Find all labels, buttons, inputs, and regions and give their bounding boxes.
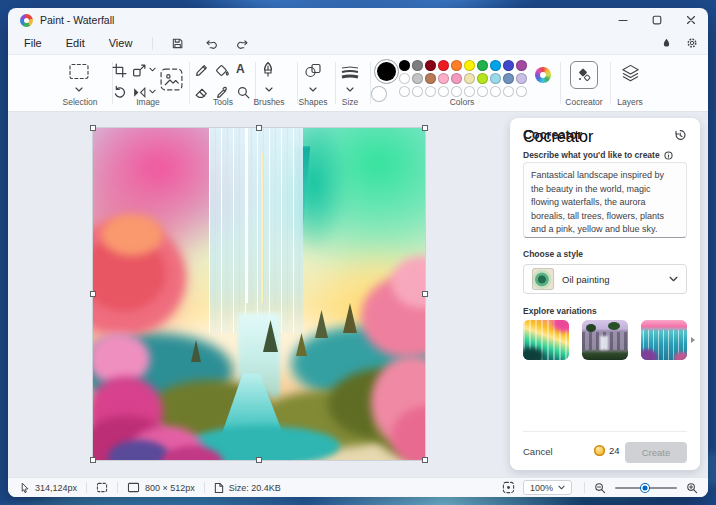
remove-background-button[interactable] [159, 67, 184, 92]
color-swatch-empty[interactable] [425, 86, 436, 97]
cancel-button[interactable]: Cancel [523, 446, 553, 457]
minimize-button[interactable] [606, 8, 640, 32]
settings-gear-icon[interactable] [686, 37, 698, 49]
canvas-workspace[interactable]: Cocreator Cocreator Describe what you'd … [8, 112, 708, 477]
prompt-textarea[interactable]: Fantastical landscape inspired by the be… [523, 162, 687, 238]
zoom-slider[interactable] [615, 482, 677, 494]
zoom-dropdown-chevron-icon [558, 485, 565, 490]
selection-handle[interactable] [256, 457, 262, 463]
color-swatch[interactable] [438, 60, 449, 71]
selection-handle[interactable] [90, 125, 96, 131]
canvas-size-value: 800 × 512px [145, 483, 195, 493]
color-swatch[interactable] [438, 73, 449, 84]
undo-button[interactable] [196, 37, 225, 50]
color-swatch[interactable] [425, 60, 436, 71]
cocreator-button[interactable] [570, 61, 598, 89]
menu-view[interactable]: View [99, 35, 143, 51]
color-swatch[interactable] [516, 73, 527, 84]
layers-button[interactable] [620, 63, 641, 84]
shapes-chevron-icon[interactable] [309, 87, 317, 92]
variations-next-arrow[interactable] [690, 336, 696, 344]
size-chevron-icon[interactable] [346, 87, 354, 92]
color-swatch[interactable] [477, 60, 488, 71]
text-tool-button[interactable]: A [236, 62, 245, 76]
save-button[interactable] [163, 37, 192, 50]
flip-chevron-icon[interactable] [149, 89, 156, 94]
selection-handle[interactable] [422, 457, 428, 463]
pencil-tool-button[interactable] [194, 63, 209, 78]
selection-handle[interactable] [256, 125, 262, 131]
statusbar-separator [86, 482, 87, 493]
zoom-slider-handle[interactable] [641, 484, 649, 492]
color-swatch[interactable] [490, 60, 501, 71]
color-swatch[interactable] [516, 60, 527, 71]
color-swatch-empty[interactable] [451, 86, 462, 97]
selection-tool-button[interactable] [68, 63, 90, 80]
color-swatch[interactable] [451, 73, 462, 84]
variation-thumbnail-1[interactable] [523, 320, 569, 360]
menu-edit[interactable]: Edit [56, 35, 95, 51]
ribbon-toolbar: Selection Image [8, 54, 708, 112]
color-swatch[interactable] [425, 73, 436, 84]
color-swatch[interactable] [412, 60, 423, 71]
color-swatch[interactable] [503, 73, 514, 84]
menu-file[interactable]: File [14, 35, 52, 51]
zoom-level-dropdown[interactable]: 100% [523, 480, 572, 495]
color-swatch-empty[interactable] [503, 86, 514, 97]
canvas-size-indicator: 800 × 512px [127, 482, 195, 493]
group-divider [370, 62, 371, 104]
background-color-well[interactable] [371, 86, 387, 102]
color-swatch[interactable] [399, 60, 410, 71]
size-button[interactable] [341, 65, 359, 79]
style-dropdown[interactable]: Oil painting [523, 264, 687, 294]
cursor-position-value: 314,124px [35, 483, 77, 493]
brushes-chevron-icon[interactable] [265, 87, 273, 92]
variation-thumbnail-2[interactable] [582, 320, 628, 360]
selection-handle[interactable] [90, 291, 96, 297]
zoom-level-value: 100% [530, 483, 553, 493]
color-swatch[interactable] [412, 73, 423, 84]
variation-thumbnail-3[interactable] [641, 320, 687, 360]
selection-handle[interactable] [422, 291, 428, 297]
color-swatch-empty[interactable] [516, 86, 527, 97]
redo-button[interactable] [229, 37, 258, 50]
zoom-out-icon [594, 482, 606, 494]
resize-button[interactable] [132, 63, 147, 78]
selection-handle[interactable] [90, 457, 96, 463]
history-button[interactable] [673, 128, 687, 142]
brushes-button[interactable] [260, 61, 276, 83]
color-swatch-empty[interactable] [438, 86, 449, 97]
color-swatch-empty[interactable] [477, 86, 488, 97]
color-swatch-empty[interactable] [464, 86, 475, 97]
ink-drop-icon[interactable] [661, 37, 672, 49]
color-swatch-empty[interactable] [399, 86, 410, 97]
info-icon[interactable] [664, 151, 673, 160]
color-swatch[interactable] [490, 73, 501, 84]
canvas-image[interactable] [93, 128, 425, 460]
resize-chevron-icon[interactable] [149, 67, 156, 72]
color-swatch[interactable] [399, 73, 410, 84]
edit-colors-button[interactable] [535, 67, 551, 83]
selection-handle[interactable] [422, 125, 428, 131]
create-button[interactable]: Create [625, 442, 687, 463]
zoom-in-button[interactable] [686, 482, 698, 494]
close-button[interactable] [674, 8, 708, 32]
color-swatch[interactable] [464, 60, 475, 71]
style-dropdown-chevron-icon [669, 276, 678, 282]
color-swatch[interactable] [477, 73, 488, 84]
crop-button[interactable] [112, 63, 127, 78]
color-swatch-empty[interactable] [412, 86, 423, 97]
statusbar-separator [584, 482, 585, 493]
fit-to-screen-button[interactable] [502, 481, 515, 494]
maximize-button[interactable] [640, 8, 674, 32]
color-swatch[interactable] [451, 60, 462, 71]
shapes-button[interactable] [304, 63, 322, 79]
foreground-color-well[interactable] [374, 59, 399, 84]
color-swatch-empty[interactable] [490, 86, 501, 97]
color-swatch[interactable] [503, 60, 514, 71]
color-swatch[interactable] [464, 73, 475, 84]
fill-tool-button[interactable] [215, 63, 230, 78]
zoom-out-button[interactable] [594, 482, 606, 494]
cursor-icon [20, 482, 30, 494]
selection-dropdown-chevron-icon[interactable] [75, 87, 83, 92]
